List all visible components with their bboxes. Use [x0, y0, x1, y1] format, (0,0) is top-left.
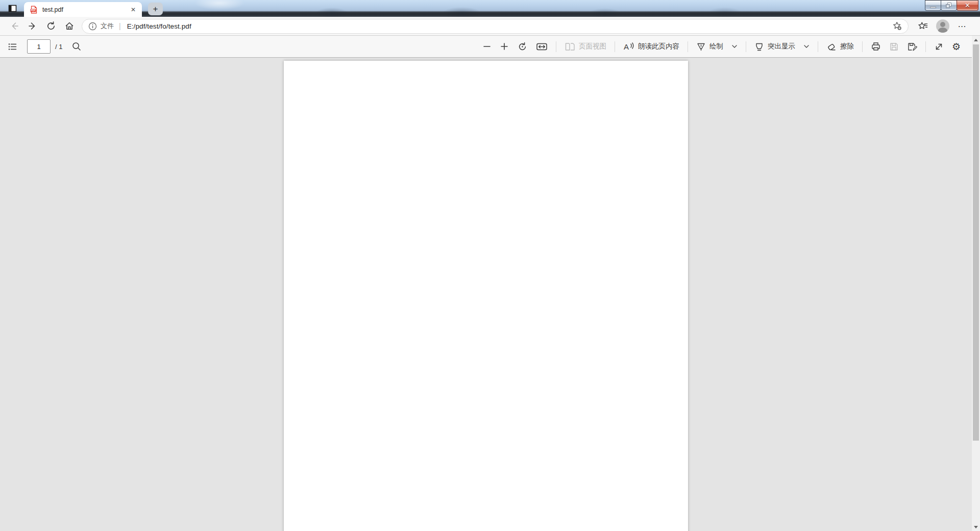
- tab-close-button[interactable]: ✕: [129, 5, 138, 14]
- info-icon[interactable]: [88, 22, 97, 31]
- close-button[interactable]: ✕: [957, 0, 978, 11]
- print-icon: [871, 41, 881, 52]
- refresh-button[interactable]: [42, 18, 60, 34]
- minimize-icon: [930, 7, 936, 8]
- rotate-icon: [517, 41, 528, 52]
- restore-icon: [946, 3, 952, 8]
- restore-button[interactable]: [941, 0, 957, 11]
- window-controls: ✕: [925, 0, 978, 11]
- draw-button[interactable]: 绘制: [696, 42, 723, 52]
- erase-button[interactable]: 擦除: [826, 42, 854, 52]
- highlight-button[interactable]: 突出显示: [754, 42, 795, 52]
- favicon-label: PDF: [31, 9, 35, 12]
- pdf-file-icon: PDF: [30, 6, 38, 14]
- home-icon: [64, 21, 75, 31]
- toolbar-left-cluster: 1 / 1: [7, 39, 82, 54]
- page-view-button[interactable]: 页面视图: [565, 42, 606, 52]
- favorites-hub-button[interactable]: [914, 18, 932, 34]
- toolbar-separator: [556, 41, 556, 52]
- page-number-input[interactable]: 1: [27, 39, 51, 54]
- page-count-label: / 1: [55, 43, 62, 51]
- toolbar-separator: [818, 41, 818, 52]
- pdf-toolbar: 1 / 1: [0, 36, 972, 58]
- toolbar-separator: [615, 41, 615, 52]
- table-of-contents-button[interactable]: [7, 41, 18, 52]
- scroll-up-arrow[interactable]: [972, 36, 980, 44]
- zoom-in-button[interactable]: [500, 42, 509, 51]
- table-of-contents-icon: [7, 41, 18, 52]
- search-button[interactable]: [71, 41, 82, 52]
- browser-tab[interactable]: PDF test.pdf ✕: [24, 2, 142, 17]
- draw-options-chevron[interactable]: [731, 44, 738, 49]
- settings-more-button[interactable]: ⋯: [953, 21, 971, 31]
- zoom-out-button[interactable]: [482, 42, 492, 51]
- navbar-right-cluster: ⋯: [914, 18, 975, 34]
- pdf-page[interactable]: [284, 61, 688, 531]
- settings-gear-icon: ⚙: [952, 42, 961, 52]
- save-button[interactable]: [889, 42, 899, 52]
- home-button[interactable]: [60, 18, 79, 34]
- draw-pen-icon: [696, 42, 706, 52]
- forward-button[interactable]: [23, 18, 42, 34]
- chevron-down-icon: [803, 44, 810, 49]
- pdf-settings-button[interactable]: ⚙: [952, 42, 961, 52]
- save-as-icon: [907, 42, 917, 52]
- fullscreen-button[interactable]: [934, 42, 944, 52]
- titlebar: PDF test.pdf ✕ + ✕: [0, 0, 980, 17]
- toolbar-separator: [925, 41, 926, 52]
- address-bar[interactable]: 文件 | E:/pdf/test/fo/test.pdf: [82, 19, 909, 34]
- navigation-bar: 文件 | E:/pdf/test/fo/test.pdf ⋯: [0, 17, 980, 36]
- save-as-button[interactable]: [907, 42, 917, 52]
- refresh-icon: [46, 21, 56, 31]
- pdf-viewer: 1 / 1: [0, 36, 980, 531]
- highlight-label: 突出显示: [768, 42, 795, 51]
- pdf-content-area[interactable]: [0, 58, 972, 531]
- draw-label: 绘制: [709, 42, 723, 51]
- add-favorite-button[interactable]: [890, 19, 905, 33]
- page-view-label: 页面视图: [579, 42, 606, 51]
- read-aloud-button[interactable]: A 朗读此页内容: [623, 42, 679, 52]
- new-tab-button[interactable]: +: [148, 3, 163, 15]
- toolbar-separator: [862, 41, 863, 52]
- scroll-thumb[interactable]: [973, 44, 979, 441]
- toolbar-right-cluster: 页面视图 A 朗读此页内容 绘制: [482, 41, 967, 52]
- zoom-out-icon: [482, 42, 492, 51]
- read-aloud-label: 朗读此页内容: [638, 42, 679, 51]
- fullscreen-icon: [934, 42, 944, 52]
- fit-width-button[interactable]: [536, 42, 548, 52]
- tab-actions-menu-icon: [8, 4, 17, 13]
- minimize-button[interactable]: [925, 0, 941, 11]
- tab-actions-menu-button[interactable]: [7, 3, 18, 14]
- save-icon: [889, 42, 899, 52]
- tab-title: test.pdf: [42, 6, 129, 13]
- address-separator: |: [119, 22, 121, 30]
- vertical-scrollbar[interactable]: [972, 36, 980, 531]
- page-view-icon: [565, 42, 575, 52]
- add-favorite-star-icon: [892, 21, 902, 31]
- file-scheme-label: 文件: [101, 21, 114, 31]
- read-aloud-icon: A: [623, 42, 634, 52]
- fit-width-icon: [536, 42, 548, 52]
- back-icon: [9, 21, 19, 31]
- erase-label: 擦除: [840, 42, 854, 51]
- close-icon: ✕: [965, 2, 970, 9]
- print-button[interactable]: [871, 41, 881, 52]
- read-aloud-letter: A: [624, 42, 629, 51]
- back-button[interactable]: [5, 18, 23, 34]
- rotate-button[interactable]: [517, 41, 528, 52]
- zoom-in-icon: [500, 42, 509, 51]
- toolbar-separator: [688, 41, 688, 52]
- search-icon: [71, 41, 82, 52]
- scroll-down-arrow[interactable]: [972, 523, 980, 531]
- favorites-hub-icon: [918, 21, 928, 32]
- highlight-options-chevron[interactable]: [803, 44, 810, 49]
- eraser-icon: [826, 42, 837, 52]
- chevron-down-icon: [731, 44, 738, 49]
- avatar[interactable]: [936, 19, 949, 33]
- toolbar-separator: [746, 41, 746, 52]
- forward-icon: [28, 21, 38, 31]
- highlighter-icon: [754, 42, 764, 52]
- address-url[interactable]: E:/pdf/test/fo/test.pdf: [127, 22, 191, 30]
